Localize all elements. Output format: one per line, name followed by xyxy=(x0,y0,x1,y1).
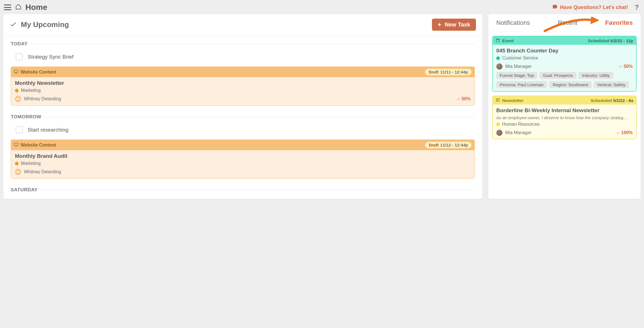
tab-recent[interactable]: Recent xyxy=(558,19,577,26)
content-card[interactable]: Website Content Draft 11/11 - 12:44p Mon… xyxy=(11,67,475,106)
fav-title: 045 Branch Counter Day xyxy=(496,48,633,54)
assignee-name: Whitney Deterding xyxy=(24,169,61,174)
tag-list: Funnel Stage: Top Goal: Prospects Indust… xyxy=(496,72,633,88)
category-dot xyxy=(496,56,500,60)
plus-icon: + xyxy=(438,22,441,28)
chat-icon xyxy=(552,4,558,11)
divider xyxy=(42,190,475,190)
section-label-today: TODAY xyxy=(11,41,28,47)
fav-type-label: Event xyxy=(502,38,514,43)
tag[interactable]: Vertical: Safety xyxy=(594,81,629,88)
fav-category: Customer Service xyxy=(502,56,538,61)
divider xyxy=(45,117,475,117)
fav-title: Borderline Bi-Weekly Internal Newsletter xyxy=(496,107,633,114)
new-task-button[interactable]: + New Task xyxy=(432,19,476,31)
avatar xyxy=(496,130,502,136)
card-category: Marketing xyxy=(21,161,41,166)
menu-button[interactable] xyxy=(4,5,11,10)
avatar: WD xyxy=(15,169,21,175)
calendar-icon xyxy=(496,38,500,43)
tab-favorites[interactable]: Favorites xyxy=(605,19,633,26)
progress-label: 50% xyxy=(456,96,471,101)
status-pill: Draft 11/12 - 12:44p xyxy=(425,141,472,149)
assignee-name: Mia Manager xyxy=(505,64,531,69)
card-type-label: Website Content xyxy=(21,70,56,75)
task-label[interactable]: Start researching xyxy=(28,127,69,133)
card-type-label: Website Content xyxy=(21,143,56,148)
assignee-name: Mia Manager xyxy=(505,130,531,135)
category-dot xyxy=(496,123,500,126)
section-label-saturday: SATURDAY xyxy=(11,187,38,193)
divider xyxy=(32,44,475,44)
help-button[interactable]: ? xyxy=(635,3,639,11)
task-label[interactable]: Strategy Sync Brief xyxy=(28,54,74,60)
assignee-name: Whitney Deterding xyxy=(24,96,61,101)
status-pill: Draft 11/11 - 12:44p xyxy=(425,68,472,76)
category-dot xyxy=(15,162,19,165)
monitor-icon xyxy=(14,70,18,75)
svg-rect-2 xyxy=(496,39,499,42)
home-icon xyxy=(15,4,21,11)
side-panel: Notifications Recent Favorites Event Sch… xyxy=(488,14,641,199)
checkmark-icon xyxy=(10,21,17,29)
card-title: Monthly Newsletter xyxy=(15,80,471,86)
avatar xyxy=(496,63,502,70)
task-checkbox[interactable] xyxy=(16,127,23,133)
fav-category: Human Resources xyxy=(502,122,540,127)
favorite-card[interactable]: Event Scheduled 6/2/22 - 12p 045 Branch … xyxy=(492,36,637,92)
progress-label: 100% xyxy=(616,130,633,135)
section-label-tomorrow: TOMORROW xyxy=(11,114,41,120)
tag[interactable]: Persona: Paul Lineman xyxy=(496,81,547,88)
avatar: WD xyxy=(15,96,21,102)
tag[interactable]: Funnel Stage: Top xyxy=(496,72,537,79)
fav-type-label: Newsletter xyxy=(502,98,524,103)
tag[interactable]: Region: Southwest xyxy=(549,81,592,88)
page-title: Home xyxy=(25,3,47,12)
category-dot xyxy=(15,89,19,92)
svg-rect-1 xyxy=(14,143,18,145)
card-category: Marketing xyxy=(21,88,41,93)
upcoming-panel: My Upcoming + New Task TODAY Strategy Sy… xyxy=(3,14,482,199)
content-card[interactable]: Website Content Draft 11/12 - 12:44p Mon… xyxy=(11,139,475,179)
monitor-icon xyxy=(14,143,18,148)
progress-label: 50% xyxy=(619,64,633,69)
fav-subtitle: As an employee-owner, I deserve to know … xyxy=(496,115,633,120)
upcoming-title: My Upcoming xyxy=(21,20,69,29)
tag[interactable]: Goal: Prospects xyxy=(539,72,576,79)
tab-notifications[interactable]: Notifications xyxy=(496,19,530,26)
favorite-card[interactable]: Newsletter Scheduled 5/2/22 - 8a Borderl… xyxy=(492,96,637,139)
chat-link[interactable]: Have Questions? Let's chat! xyxy=(552,4,628,11)
svg-rect-0 xyxy=(14,70,18,72)
tag[interactable]: Industry: Utility xyxy=(579,72,613,79)
new-task-label: New Task xyxy=(445,21,470,28)
newsletter-icon xyxy=(496,98,500,103)
chat-link-label: Have Questions? Let's chat! xyxy=(560,5,628,10)
card-title: Monthly Brand Audit xyxy=(15,153,471,159)
task-checkbox[interactable] xyxy=(16,54,23,60)
